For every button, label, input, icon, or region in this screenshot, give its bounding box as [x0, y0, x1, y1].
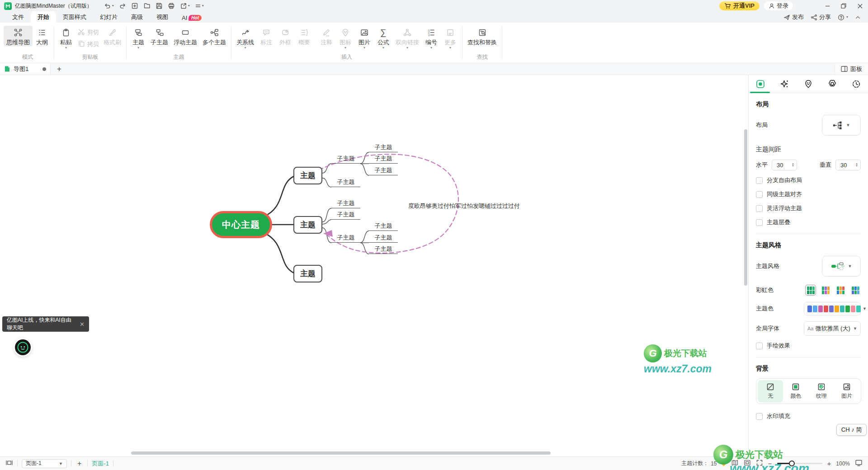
- document-tab[interactable]: 导图1: [0, 63, 51, 75]
- ime-indicator[interactable]: CH ♪ 简: [836, 424, 867, 436]
- checkbox[interactable]: [756, 205, 763, 212]
- style-select[interactable]: ▼: [822, 256, 861, 277]
- picture-caret-icon[interactable]: ▾: [363, 47, 365, 49]
- horizontal-scrollbar[interactable]: [131, 451, 551, 455]
- export-button[interactable]: ▾: [180, 2, 190, 9]
- close-button[interactable]: [852, 0, 868, 12]
- customize-toolbar-button[interactable]: ▾: [195, 3, 204, 9]
- menu-view[interactable]: 视图: [150, 11, 175, 23]
- publish-button[interactable]: 发布: [783, 13, 804, 21]
- ai-assistant-button[interactable]: [15, 339, 31, 355]
- checkbox-row-hand-drawn[interactable]: 手绘效果: [756, 342, 861, 350]
- ribbon-button-subtopic[interactable]: 子主题: [148, 26, 171, 46]
- background-option-image[interactable]: 图片: [834, 380, 859, 402]
- menu-slides[interactable]: 幻灯片: [93, 11, 124, 23]
- stepper-arrows-icon[interactable]: ▲▼: [792, 163, 794, 167]
- relationship-caret-icon[interactable]: ▾: [244, 47, 246, 49]
- relationship-label[interactable]: 度欧昂够奥过付怕军过怕发嗯铺过过过过付: [408, 202, 520, 210]
- ribbon-button-relationship[interactable]: 关系线 ▾: [234, 26, 257, 50]
- page-panel-button[interactable]: [5, 459, 13, 468]
- subtopic-node[interactable]: 子主题: [331, 199, 360, 208]
- menu-file[interactable]: 文件: [5, 11, 31, 23]
- rainbow-option-2[interactable]: [820, 285, 831, 296]
- ribbon-button-formula[interactable]: ∑ 公式 ▾: [374, 26, 393, 50]
- checkbox[interactable]: [756, 191, 763, 198]
- topic-node[interactable]: 主题: [293, 265, 322, 282]
- ribbon-button-copy[interactable]: 拷贝: [77, 40, 99, 49]
- formula-caret-icon[interactable]: ▾: [382, 47, 384, 49]
- customize-caret-icon[interactable]: ▾: [202, 4, 204, 8]
- paste-caret-icon[interactable]: ▾: [65, 47, 67, 49]
- subtopic-node[interactable]: 子主题: [369, 143, 398, 152]
- ribbon-button-cut[interactable]: 剪切: [77, 28, 99, 37]
- print-button[interactable]: [168, 2, 175, 9]
- subtopic-node[interactable]: 子主题: [369, 166, 398, 175]
- layout-select[interactable]: ▼: [822, 115, 861, 136]
- checkbox[interactable]: [756, 219, 763, 226]
- stepper-arrows-icon[interactable]: ▲▼: [855, 163, 858, 167]
- zoom-slider-knob[interactable]: [789, 461, 795, 466]
- rainbow-option-1[interactable]: [805, 285, 816, 296]
- menu-home[interactable]: 开始: [31, 11, 56, 23]
- checkbox[interactable]: [756, 177, 763, 184]
- add-page-button[interactable]: +: [75, 460, 83, 468]
- ribbon-button-boundary[interactable]: 外框: [276, 26, 295, 46]
- ribbon-button-find-replace[interactable]: 查找和替换: [465, 26, 500, 46]
- fullscreen-button[interactable]: [756, 459, 763, 468]
- central-topic-node[interactable]: 中心主题: [210, 211, 272, 238]
- mindmap-canvas[interactable]: 中心主题 主题 主题 主题 子主题 子主题 子主题 子主题 子主题 子主题 子主…: [0, 75, 748, 456]
- presentation-button[interactable]: [855, 459, 863, 468]
- gem-icon[interactable]: ◆: [722, 461, 726, 467]
- vertical-scrollbar[interactable]: [744, 129, 747, 286]
- share-button[interactable]: 分享: [811, 13, 831, 21]
- subtopic-node[interactable]: 子主题: [331, 233, 360, 243]
- save-button[interactable]: [156, 2, 163, 9]
- rainbow-option-4[interactable]: [850, 285, 861, 296]
- subtopic-node[interactable]: 子主题: [369, 221, 398, 231]
- panel-tab-theme[interactable]: [820, 75, 844, 93]
- checkbox-row-free-layout[interactable]: 分支自由布局: [756, 176, 861, 184]
- ribbon-button-comment[interactable]: 注释: [317, 26, 336, 46]
- fit-window-button[interactable]: [744, 459, 751, 468]
- panel-tab-history[interactable]: [844, 75, 868, 93]
- subtopic-node[interactable]: 子主题: [331, 178, 360, 187]
- checkbox-row-watermark[interactable]: 水印填充: [756, 412, 861, 420]
- minimize-button[interactable]: [819, 0, 835, 12]
- panel-toggle-button[interactable]: 面板: [835, 63, 868, 75]
- ribbon-button-outline[interactable]: 大纲: [33, 26, 52, 46]
- global-font-select[interactable]: Aa 微软雅黑 (大) ▼: [804, 321, 861, 336]
- panel-tab-layout[interactable]: [749, 75, 773, 93]
- numbering-caret-icon[interactable]: ▾: [430, 47, 432, 49]
- background-option-none[interactable]: 无: [758, 380, 783, 402]
- zoom-slider[interactable]: [777, 463, 822, 464]
- zoom-in-button[interactable]: +: [827, 460, 831, 467]
- ribbon-button-picture[interactable]: 图片 ▾: [355, 26, 374, 50]
- navigator-button[interactable]: [731, 459, 739, 468]
- topic-node[interactable]: 主题: [293, 216, 322, 234]
- subtopic-node[interactable]: 子主题: [331, 154, 360, 164]
- export-caret-icon[interactable]: ▾: [188, 4, 190, 8]
- help-button[interactable]: ▾: [838, 14, 848, 21]
- background-option-color[interactable]: 颜色: [783, 380, 808, 402]
- add-tab-button[interactable]: +: [51, 63, 68, 75]
- theme-color-select[interactable]: ▼: [804, 302, 861, 315]
- menu-page-style[interactable]: 页面样式: [56, 11, 93, 23]
- ribbon-button-floating-topic[interactable]: 浮动主题: [171, 26, 200, 46]
- active-page-tab[interactable]: 页面-1: [92, 460, 109, 468]
- ribbon-button-paste[interactable]: 粘贴 ▾: [57, 26, 75, 50]
- zoom-out-button[interactable]: −: [768, 460, 772, 467]
- subtopic-node[interactable]: 子主题: [369, 154, 398, 164]
- ribbon-button-numbering[interactable]: 123 编号 ▾: [422, 26, 441, 50]
- topic-node[interactable]: 主题: [293, 167, 322, 184]
- bidirectional-link-caret-icon[interactable]: ▾: [406, 47, 408, 49]
- ribbon-button-callout[interactable]: 标注: [257, 26, 276, 46]
- undo-caret-icon[interactable]: ▾: [112, 4, 114, 8]
- checkbox[interactable]: [756, 413, 763, 420]
- checkbox-row-flex-floating[interactable]: 灵活浮动主题: [756, 204, 861, 212]
- subtopic-node[interactable]: 子主题: [369, 233, 398, 243]
- ribbon-button-format-painter[interactable]: 格式刷: [101, 26, 124, 46]
- ribbon-button-multiple-topics[interactable]: 多个主题: [200, 26, 229, 46]
- ribbon-button-summary[interactable]: 概要: [295, 26, 314, 46]
- vertical-spacing-stepper[interactable]: 30 ▲▼: [835, 160, 861, 170]
- horizontal-spacing-stepper[interactable]: 30 ▲▼: [772, 160, 797, 170]
